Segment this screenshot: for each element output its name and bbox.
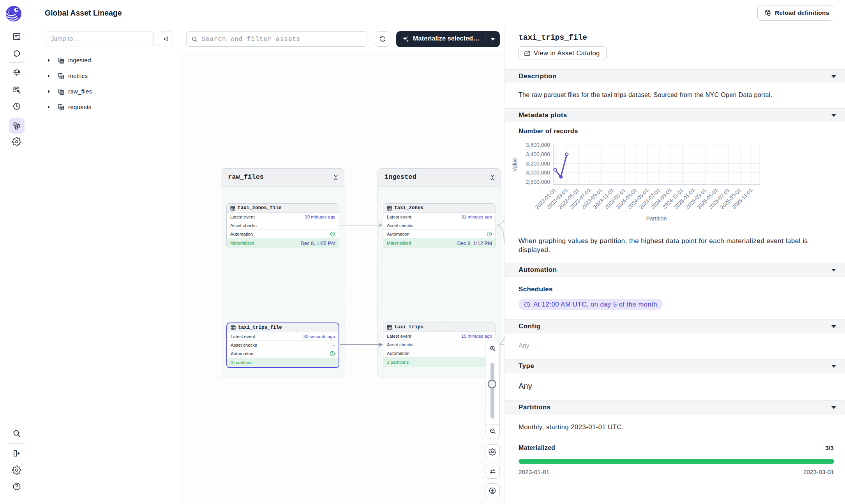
svg-text:Value: Value — [512, 158, 518, 171]
svg-text:2,800,000: 2,800,000 — [526, 179, 550, 185]
svg-text:3,000,000: 3,000,000 — [526, 169, 550, 176]
svg-text:3,200,000: 3,200,000 — [526, 160, 550, 167]
svg-text:3,400,000: 3,400,000 — [526, 151, 550, 157]
svg-text:Partition: Partition — [646, 215, 667, 222]
svg-text:3,600,000: 3,600,000 — [526, 142, 550, 148]
